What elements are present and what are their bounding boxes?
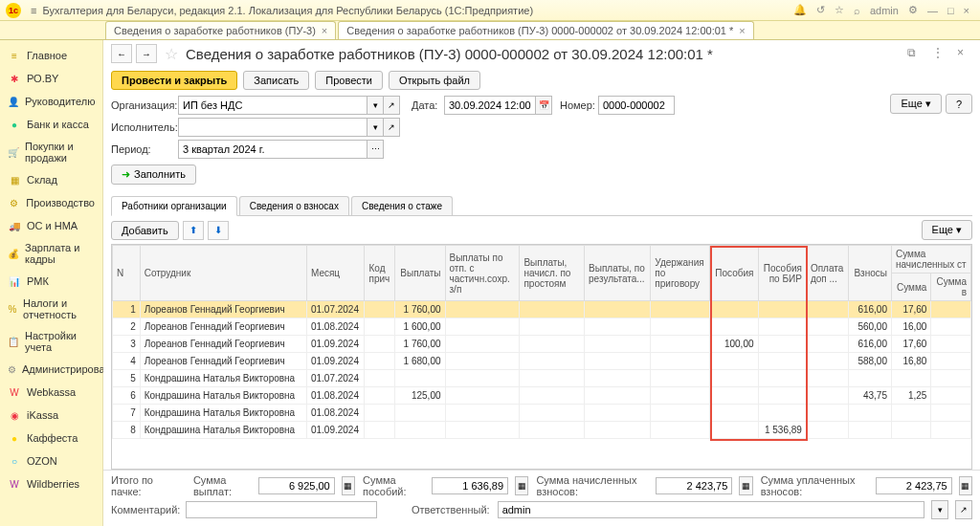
sidebar-item-17[interactable]: WWildberries xyxy=(0,472,102,495)
comment-input[interactable] xyxy=(186,501,377,518)
open-ref-icon[interactable]: ↗ xyxy=(383,118,400,137)
sidebar-item-1[interactable]: ✱РО.BY xyxy=(0,67,102,90)
period-picker-icon[interactable]: ⋯ xyxy=(367,140,384,159)
help-button[interactable]: ? xyxy=(946,94,972,114)
open-ref-icon[interactable]: ↗ xyxy=(383,96,400,115)
subtab-contrib[interactable]: Сведения о взносах xyxy=(239,196,349,215)
table-row[interactable]: 3Лореанов Геннадий Георгиевич01.09.20241… xyxy=(113,336,971,353)
settings-icon[interactable]: ⚙ xyxy=(908,4,918,16)
col-vznos[interactable]: Взносы xyxy=(849,246,892,301)
table-row[interactable]: 5Кондрашина Наталья Викторовна01.07.2024 xyxy=(113,370,971,387)
table-row[interactable]: 8Кондрашина Наталья Викторовна01.09.2024… xyxy=(113,422,971,439)
close-tab-icon[interactable]: × xyxy=(322,25,327,36)
sidebar-item-4[interactable]: 🛒Покупки и продажи xyxy=(0,136,102,168)
post-button[interactable]: Провести xyxy=(315,71,383,90)
dropdown-icon[interactable]: ▾ xyxy=(367,96,384,115)
subtab-workers[interactable]: Работники организации xyxy=(111,196,237,216)
sidebar-item-3[interactable]: ●Банк и касса xyxy=(0,113,102,136)
org-input[interactable] xyxy=(178,96,368,115)
more-button[interactable]: Еще ▾ xyxy=(890,94,941,114)
move-down-button[interactable]: ⬇ xyxy=(208,221,229,240)
sum-accrued-value[interactable] xyxy=(656,477,732,494)
col-n[interactable]: N xyxy=(113,246,141,301)
sidebar-item-5[interactable]: ▦Склад xyxy=(0,168,102,191)
minimize-icon[interactable]: — xyxy=(927,5,938,16)
bell-icon[interactable]: 🔔 xyxy=(793,4,807,16)
sidebar-item-15[interactable]: ●Каффеста xyxy=(0,427,102,449)
table-row[interactable]: 6Кондрашина Наталья Викторовна01.08.2024… xyxy=(113,387,971,405)
col-dopl[interactable]: Оплата доп ... xyxy=(806,246,848,301)
col-emp[interactable]: Сотрудник xyxy=(140,246,306,301)
calc-icon[interactable]: ▦ xyxy=(739,476,752,495)
post-and-close-button[interactable]: Провести и закрыть xyxy=(111,71,237,90)
write-button[interactable]: Записать xyxy=(243,71,309,90)
sidebar-item-2[interactable]: 👤Руководителю xyxy=(0,90,102,113)
search-icon[interactable]: ⌕ xyxy=(854,5,860,16)
sidebar-item-10[interactable]: %Налоги и отчетность xyxy=(0,293,102,325)
back-button[interactable]: ← xyxy=(111,44,132,63)
sidebar-item-6[interactable]: ⚙Производство xyxy=(0,191,102,214)
exec-input[interactable] xyxy=(178,118,368,137)
date-input[interactable] xyxy=(444,96,536,115)
col-pay[interactable]: Выплаты xyxy=(395,246,446,301)
subtab-service[interactable]: Сведения о стаже xyxy=(351,196,453,215)
close-tab-icon[interactable]: × xyxy=(739,25,745,36)
menu-icon[interactable]: ≡ xyxy=(31,5,36,16)
favorite-icon[interactable]: ☆ xyxy=(165,45,178,63)
open-ref-icon[interactable]: ↗ xyxy=(955,500,972,519)
sidebar-icon: W xyxy=(8,477,21,491)
col-sumnach[interactable]: Сумма начисленных ст xyxy=(891,246,970,274)
sidebar-item-11[interactable]: 📋Настройки учета xyxy=(0,325,102,358)
close-icon[interactable]: × xyxy=(964,5,969,16)
user-label[interactable]: admin xyxy=(870,5,899,16)
sidebar-item-9[interactable]: 📊РМК xyxy=(0,270,102,293)
table-more-button[interactable]: Еще ▾ xyxy=(922,220,972,240)
dropdown-icon[interactable]: ▾ xyxy=(931,500,948,519)
period-input[interactable] xyxy=(178,140,368,159)
fill-button[interactable]: ➜Заполнить xyxy=(111,164,196,185)
forward-button[interactable]: → xyxy=(136,44,157,63)
star-icon[interactable]: ☆ xyxy=(835,4,844,16)
col-paynach[interactable]: Выплаты, начисл. по простоям xyxy=(520,246,585,301)
table-row[interactable]: 4Лореанов Геннадий Георгиевич01.09.20241… xyxy=(113,353,971,370)
col-code[interactable]: Код прич xyxy=(365,246,395,301)
popout-icon[interactable]: ⧉ xyxy=(907,46,923,61)
col-uderzh[interactable]: Удержания по приговору xyxy=(651,246,710,301)
sum-benefits-value[interactable] xyxy=(432,477,508,494)
open-file-button[interactable]: Открыть файл xyxy=(389,71,480,90)
sidebar-item-0[interactable]: ≡Главное xyxy=(0,44,102,67)
table-row[interactable]: 1Лореанов Геннадий Георгиевич01.07.20241… xyxy=(113,301,971,318)
col-month[interactable]: Месяц xyxy=(306,246,365,301)
sidebar-item-14[interactable]: ◉iKassa xyxy=(0,404,102,427)
sidebar-item-16[interactable]: ○OZON xyxy=(0,449,102,472)
calc-icon[interactable]: ▦ xyxy=(959,476,972,495)
history-icon[interactable]: ↺ xyxy=(816,4,825,16)
maximize-icon[interactable]: □ xyxy=(947,5,954,16)
col-summav[interactable]: Сумма в xyxy=(931,274,971,301)
table-row[interactable]: 7Кондрашина Наталья Викторовна01.08.2024 xyxy=(113,405,971,422)
responsible-input[interactable] xyxy=(498,501,924,518)
doc-tab-0[interactable]: Сведения о заработке работников (ПУ-3)× xyxy=(105,21,336,39)
move-up-button[interactable]: ⬆ xyxy=(183,221,204,240)
col-posobbir[interactable]: Пособия по БИР xyxy=(758,246,806,301)
col-summa[interactable]: Сумма xyxy=(891,274,930,301)
more-icon[interactable]: ⋮ xyxy=(932,46,947,61)
doc-tab-1[interactable]: Сведения о заработке работников (ПУ-3) 0… xyxy=(338,21,753,39)
sum-payments-value[interactable] xyxy=(258,477,335,494)
calendar-icon[interactable]: 📅 xyxy=(535,96,552,115)
sum-paid-value[interactable] xyxy=(876,477,952,494)
sidebar-item-13[interactable]: WWebkassa xyxy=(0,381,102,404)
col-payrez[interactable]: Выплаты, по результата... xyxy=(585,246,651,301)
number-input[interactable] xyxy=(598,96,675,115)
dropdown-icon[interactable]: ▾ xyxy=(367,118,384,137)
col-posob[interactable]: Пособия xyxy=(710,246,758,301)
add-row-button[interactable]: Добавить xyxy=(111,221,179,240)
col-payott[interactable]: Выплаты по отп. с частичн.сохр. з/п xyxy=(445,246,520,301)
calc-icon[interactable]: ▦ xyxy=(342,476,355,495)
sidebar-item-12[interactable]: ⚙Администрирование xyxy=(0,358,102,381)
calc-icon[interactable]: ▦ xyxy=(515,476,528,495)
close-panel-icon[interactable]: × xyxy=(957,46,972,61)
sidebar-item-8[interactable]: 💰Зарплата и кадры xyxy=(0,237,102,270)
table-row[interactable]: 2Лореанов Геннадий Георгиевич01.08.20241… xyxy=(113,318,971,336)
sidebar-item-7[interactable]: 🚚ОС и НМА xyxy=(0,214,102,237)
